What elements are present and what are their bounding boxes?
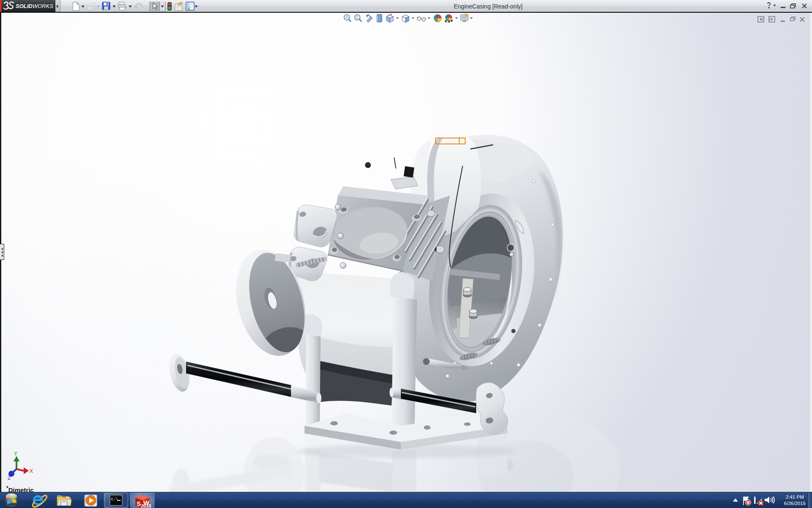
svg-text:C:\: C:\	[111, 497, 118, 502]
svg-text:S: S	[137, 500, 141, 507]
svg-text:SOLIDWORKS: SOLIDWORKS	[16, 3, 53, 9]
svg-text:X: X	[30, 468, 33, 474]
svg-text:Z: Z	[8, 475, 11, 481]
svg-text:Y: Y	[14, 451, 17, 457]
svg-text:2015: 2015	[140, 503, 151, 508]
